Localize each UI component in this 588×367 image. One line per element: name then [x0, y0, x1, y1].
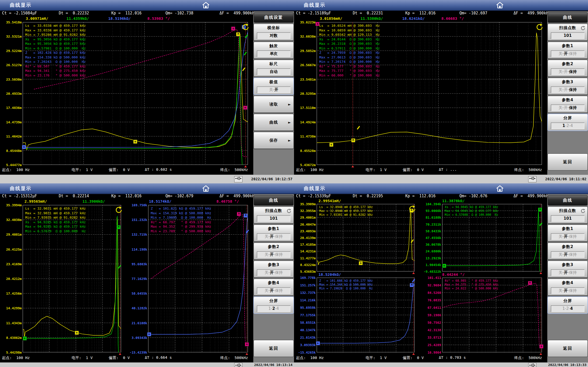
trace-marker-m[interactable]: m	[245, 342, 249, 346]
sidebar-button-5[interactable]: 参数4关-开-保持	[548, 279, 588, 296]
sidebar-button-6[interactable]: 曲线►	[254, 114, 294, 131]
button-value[interactable]: 关-开-保持	[257, 251, 290, 258]
button-value[interactable]: 101	[551, 215, 584, 222]
back-button[interactable]: 返回	[548, 153, 588, 170]
clock-timestamp: 2022/04/06 10:11:02	[545, 177, 586, 181]
sidebar-button-3[interactable]: 参数2关-开-保持	[548, 243, 588, 260]
status-item: 偏置: 0 V	[109, 355, 130, 360]
measurement-value: Kp = 112.016	[405, 11, 435, 15]
sidebar-button-2[interactable]: 参数1关-开-保持	[548, 225, 588, 242]
button-value[interactable]: 关-开-保持	[551, 233, 584, 240]
button-value[interactable]: 关-开-保持	[551, 50, 584, 57]
sidebar-button-7[interactable]: 保存►	[254, 132, 294, 149]
button-value[interactable]: 关-开-保持	[257, 269, 290, 276]
marker-readout-line: Ls = 33.0338 mH @ 459.177 kHz	[25, 23, 86, 28]
sidebar-button-3[interactable]: 标尺自动	[254, 60, 294, 77]
value-segment: 关	[559, 234, 562, 239]
button-label: 参数2	[254, 244, 293, 250]
sidebar-button-6[interactable]: 分屏1-2-4	[548, 297, 588, 314]
sidebar-header: 曲线	[548, 12, 587, 23]
trace-marker-m[interactable]: m	[133, 140, 137, 144]
trace-marker-m[interactable]: m	[243, 106, 247, 110]
clock-timestamp: 2022/04/06 10:12:57	[251, 177, 292, 181]
trace-marker-m[interactable]: m	[22, 145, 26, 149]
trace-marker-m[interactable]: m	[315, 22, 320, 26]
button-value[interactable]: 1-2-4	[257, 305, 290, 312]
status-item: 终点: 500kHz	[220, 355, 248, 360]
home-icon[interactable]	[202, 185, 210, 192]
y-axis-tick-label: 29.4001m	[294, 216, 316, 219]
button-value[interactable]: 关-开-保持	[257, 233, 290, 240]
button-value[interactable]: 关-开-保持	[551, 251, 584, 258]
trace-marker-M[interactable]: M	[528, 281, 532, 285]
sidebar-button-6[interactable]: 分屏1-2-4	[548, 114, 588, 131]
button-label: 分屏	[254, 298, 293, 304]
sidebar-button-6[interactable]: 分屏1-2-4	[254, 297, 294, 314]
button-value[interactable]: 关-开	[257, 87, 290, 93]
sidebar: 曲线扫描点数101参数1关-开-保持参数2关-开-保持参数3关-开-保持参数4关…	[547, 194, 588, 362]
sidebar-button-5[interactable]: 读取►	[254, 96, 294, 113]
button-value[interactable]: 单次	[257, 50, 290, 57]
status-item: 电平: 1 V	[72, 167, 93, 172]
button-value[interactable]: 关-开-保持	[551, 69, 584, 75]
sidebar-button-2[interactable]: 参数1关-开-保持	[254, 225, 294, 242]
trace-marker-M[interactable]: M	[351, 138, 355, 142]
button-value[interactable]: 1-2-4	[551, 123, 584, 129]
sidebar-button-5[interactable]: 参数4关-开-保持	[548, 96, 588, 113]
button-label: 分屏	[548, 298, 587, 304]
trace-marker-M[interactable]: M	[243, 214, 248, 218]
back-button[interactable]: 返回	[254, 340, 294, 357]
trace-marker-m[interactable]: m	[329, 143, 333, 147]
y-axis-tick-label: 17.4256m	[0, 292, 22, 295]
trace-marker-m[interactable]: m	[442, 264, 446, 268]
y-axis-tick-label: 11.4343m	[0, 321, 22, 325]
sidebar-button-1[interactable]: 扫描点数101	[548, 207, 588, 224]
button-value[interactable]: 关-开-保持	[551, 105, 584, 111]
trace-marker-m[interactable]: m	[147, 332, 151, 336]
trace-marker-M[interactable]: M	[237, 212, 241, 216]
sidebar-button-4[interactable]: 参数3关-开-保持	[548, 261, 588, 278]
value-segment: 101	[270, 216, 278, 221]
button-value[interactable]: 关-开-保持	[551, 87, 584, 93]
sidebar-button-3[interactable]: 参数2关-开-保持	[548, 60, 588, 77]
trace-marker-M[interactable]: M	[116, 225, 121, 229]
button-value[interactable]: 对数	[257, 32, 290, 39]
button-value[interactable]: 1-2-4	[551, 305, 584, 312]
trace-marker-m[interactable]: m	[231, 27, 235, 31]
sidebar-button-5[interactable]: 参数4关-开-保持	[254, 279, 294, 296]
sidebar-button-4[interactable]: 参数3关-开-保持	[254, 261, 294, 278]
home-icon[interactable]	[496, 185, 504, 192]
y-axis-tick-label: 93.0066k	[419, 209, 441, 213]
y-axis-tick-label: 114.198k	[125, 247, 147, 251]
trace-marker-m[interactable]: m	[359, 261, 363, 265]
button-value[interactable]: 关-开-保持	[257, 287, 290, 294]
sidebar-button-2[interactable]: 触发单次	[254, 42, 294, 59]
trace-marker-m[interactable]: m	[316, 341, 320, 345]
sidebar-button-4[interactable]: 极值关-开	[254, 78, 294, 95]
button-value[interactable]: 101	[551, 32, 584, 39]
home-icon[interactable]	[496, 1, 504, 9]
trace-marker-m[interactable]: m	[23, 336, 27, 340]
trace-marker-M[interactable]: M	[538, 208, 542, 212]
status-item: 起点: 100 Hz	[2, 167, 30, 172]
button-label: 参数1	[548, 226, 587, 232]
sidebar-button-4[interactable]: 参数3关-开-保持	[548, 78, 588, 95]
button-value[interactable]: 关-开-保持	[551, 269, 584, 276]
back-button[interactable]: 返回	[548, 340, 588, 357]
trace-marker-M[interactable]: M	[236, 32, 240, 36]
y-axis-tick-label: 114.216k	[294, 298, 316, 302]
y-axis-tick-label: 59.1986	[419, 313, 441, 317]
sidebar-button-1[interactable]: 横坐标对数	[254, 24, 294, 41]
trace-marker-m[interactable]: m	[539, 344, 543, 348]
sidebar-button-3[interactable]: 参数2关-开-保持	[254, 243, 294, 260]
y-axis-tick-label: 92.9684	[419, 283, 441, 287]
home-icon[interactable]	[202, 1, 210, 9]
trace-marker-M[interactable]: M	[410, 283, 414, 287]
sidebar-button-2[interactable]: 参数1关-开-保持	[548, 42, 588, 59]
trace-marker-m[interactable]: m	[75, 331, 79, 335]
sidebar-button-1[interactable]: 扫描点数101	[548, 24, 588, 41]
button-value[interactable]: 关-开-保持	[551, 287, 584, 294]
sidebar-button-1[interactable]: 扫描点数101	[254, 207, 294, 224]
button-value[interactable]: 101	[257, 215, 290, 222]
button-value[interactable]: 自动	[257, 69, 290, 75]
